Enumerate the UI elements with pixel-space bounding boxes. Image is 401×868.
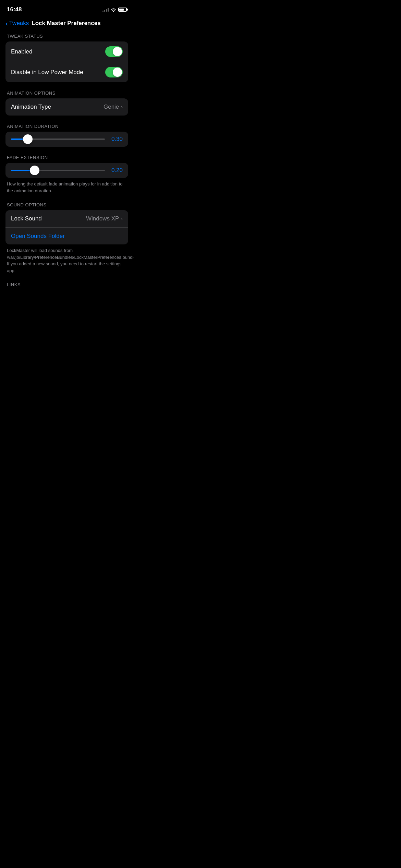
fade-extension-track[interactable] [11,170,105,171]
open-sounds-folder-row[interactable]: Open Sounds Folder [5,227,128,244]
links-section: LINKS [5,282,128,287]
animation-type-row[interactable]: Animation Type Genie › [5,98,128,116]
tweak-status-header: TWEAK STATUS [5,34,128,39]
sound-options-card: Lock Sound Windows XP › Open Sounds Fold… [5,210,128,244]
animation-duration-thumb[interactable] [23,134,33,144]
low-power-toggle[interactable] [105,67,123,77]
back-chevron-icon: ‹ [5,20,8,27]
battery-icon [118,8,127,12]
animation-options-section: ANIMATION OPTIONS Animation Type Genie › [5,91,128,116]
enabled-label: Enabled [11,48,32,55]
lock-sound-row[interactable]: Lock Sound Windows XP › [5,210,128,227]
animation-type-text: Genie [104,104,119,110]
animation-duration-card: 0.30 [5,132,128,147]
status-bar: 16:48 [0,0,134,17]
low-power-row[interactable]: Disable in Low Power Mode [5,62,128,82]
fade-extension-slider-container: 0.20 [5,163,128,178]
sound-options-header: SOUND OPTIONS [5,202,128,207]
animation-type-chevron: › [121,104,123,110]
fade-extension-value: 0.20 [109,167,123,174]
low-power-label: Disable in Low Power Mode [11,69,83,76]
back-label: Tweaks [9,20,29,27]
tweak-status-section: TWEAK STATUS Enabled Disable in Low Powe… [5,34,128,82]
animation-type-value: Genie › [104,104,123,110]
enabled-toggle-thumb [113,47,122,56]
low-power-toggle-thumb [113,68,122,77]
lock-sound-value: Windows XP › [86,215,123,222]
links-header: LINKS [5,282,128,287]
tweak-status-card: Enabled Disable in Low Power Mode [5,41,128,82]
enabled-row[interactable]: Enabled [5,41,128,62]
enabled-toggle[interactable] [105,46,123,57]
animation-duration-slider-container: 0.30 [5,132,128,147]
animation-duration-section: ANIMATION DURATION 0.30 [5,124,128,147]
animation-duration-slider-row: 0.30 [11,136,123,143]
animation-duration-value: 0.30 [109,136,123,143]
sound-options-description: LockMaster will load sounds from /var/jb… [5,244,128,274]
fade-extension-slider-row: 0.20 [11,167,123,174]
open-sounds-folder-label[interactable]: Open Sounds Folder [11,233,65,240]
wifi-icon [111,8,116,12]
fade-extension-description: How long the default fade animation play… [5,178,128,194]
fade-extension-header: FADE EXTENSION [5,155,128,160]
lock-sound-label: Lock Sound [11,215,42,222]
animation-options-header: ANIMATION OPTIONS [5,91,128,96]
status-icons [102,8,127,12]
page-title: Lock Master Preferences [32,20,100,27]
fade-extension-section: FADE EXTENSION 0.20 How long the default… [5,155,128,194]
signal-icon [102,8,109,12]
animation-duration-track[interactable] [11,138,105,140]
content-area: TWEAK STATUS Enabled Disable in Low Powe… [0,31,134,298]
nav-header: ‹ Tweaks Lock Master Preferences [0,17,134,31]
fade-extension-thumb[interactable] [30,166,39,175]
sound-options-section: SOUND OPTIONS Lock Sound Windows XP › Op… [5,202,128,274]
animation-options-card: Animation Type Genie › [5,98,128,116]
animation-type-label: Animation Type [11,104,51,110]
back-button[interactable]: ‹ Tweaks [5,20,29,27]
lock-sound-chevron: › [121,216,123,221]
status-time: 16:48 [7,6,22,13]
lock-sound-text: Windows XP [86,215,119,222]
animation-duration-header: ANIMATION DURATION [5,124,128,129]
fade-extension-card: 0.20 [5,163,128,178]
